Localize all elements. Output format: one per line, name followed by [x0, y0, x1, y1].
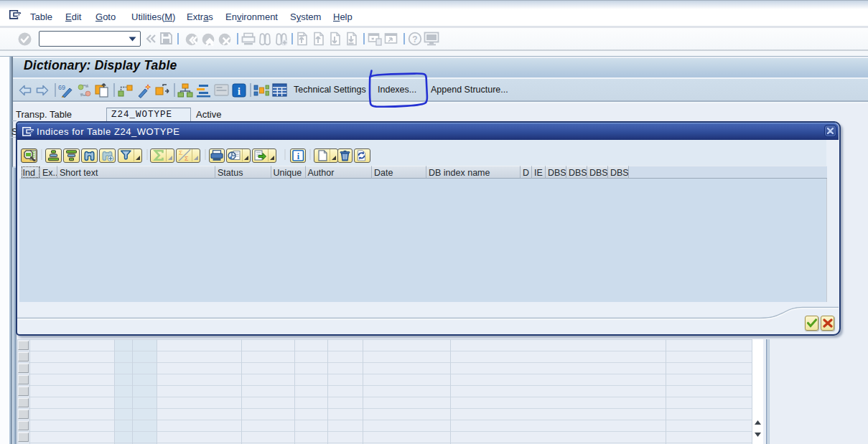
svg-text:?: ? — [412, 34, 417, 44]
svg-text:i: i — [238, 86, 241, 97]
svg-text:Σ: Σ — [179, 149, 183, 156]
svg-text:9: 9 — [62, 84, 65, 91]
svg-text:Σ: Σ — [185, 155, 189, 161]
